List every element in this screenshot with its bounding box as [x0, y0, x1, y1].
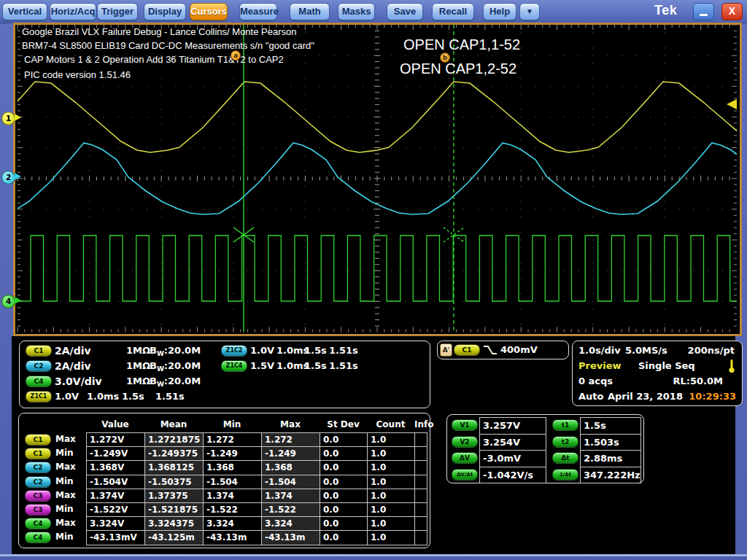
meas-cell: 1.368 — [261, 460, 320, 475]
meas-cell — [414, 516, 427, 531]
zoom-channel-value: 1.0V — [55, 391, 79, 402]
sample-rate: 5.0MS/s — [625, 345, 667, 356]
cursor-value: 3.257V — [479, 417, 546, 435]
annotation-line-3: CAP Motors 1 & 2 Operation Add 36 Titani… — [24, 54, 284, 65]
meas-cell: -43.13m — [261, 530, 320, 545]
tek-logo: Tek — [654, 3, 677, 18]
channel-impedance: 1MΩ — [126, 360, 150, 371]
menu-button-recall[interactable]: Recall — [432, 3, 474, 20]
meas-cell: 1.374 — [203, 489, 262, 503]
meas-cell: 1.0 — [367, 489, 415, 503]
thermometer-icon — [728, 359, 735, 373]
menu-button-math[interactable]: Math — [290, 3, 330, 20]
waveform-display[interactable]: Google Brazil VLX Failure Debug - Lance … — [13, 23, 742, 336]
meas-channel-badge: C3 — [25, 504, 51, 516]
meas-type-label: Max — [55, 434, 76, 444]
meas-channel-badge: C3 — [25, 490, 51, 502]
measurement-table: ValueMeanMinMaxSt DevCountInfoC1Max1.272… — [18, 413, 430, 548]
meas-type-label: Min — [55, 448, 74, 458]
meas-cell: 0.0 — [320, 489, 368, 503]
table-header-count: Count — [367, 419, 414, 429]
menu-button-trigger[interactable]: Trigger — [97, 3, 138, 20]
channel-2-marker-arrow — [15, 173, 21, 180]
cursor-readout-box: V13.257VV23.254VΔV-3.0mVΔV/Δt-1.042V/st1… — [446, 414, 644, 483]
meas-cell — [414, 530, 427, 545]
horizontal-readout-box: 1.0s/div 5.0MS/s 200ns/pt Preview Single… — [572, 341, 743, 406]
meas-cell: 1.0 — [367, 460, 415, 475]
cursor-b-badge[interactable]: b — [440, 52, 450, 63]
meas-cell: -1.249375 — [144, 446, 204, 461]
meas-cell: 1.0 — [367, 502, 415, 517]
meas-cell: 1.0 — [367, 516, 415, 531]
minimize-button[interactable] — [693, 3, 714, 20]
channel-1-marker[interactable]: 1 — [1, 112, 15, 125]
meas-type-label: Min — [55, 504, 74, 514]
zoom-channel-value: 1.51s — [155, 391, 185, 402]
timebase: 1.0s/div — [578, 345, 621, 356]
meas-cell: -1.504 — [261, 475, 320, 489]
meas-cell — [414, 446, 427, 461]
menu-button-display[interactable]: Display — [144, 3, 186, 20]
meas-cell: 3.324V — [86, 516, 145, 531]
open-cap-label-1: OPEN CAP1,1-52 — [403, 36, 520, 53]
close-button[interactable]: X — [721, 3, 743, 20]
meas-cell: -43.13mV — [86, 530, 145, 545]
table-header-max: Max — [261, 419, 320, 429]
cursor-value: -1.042V/s — [479, 467, 546, 484]
cursor-badge-4: ΔV/Δt — [452, 469, 478, 481]
menu-button-vertical[interactable]: Vertical — [2, 3, 47, 20]
meas-cell — [414, 460, 427, 475]
menu-button-cursors[interactable]: Cursors — [190, 3, 228, 20]
channel-badge-c2: C2 — [26, 360, 52, 372]
meas-cell: -1.249 — [261, 446, 320, 461]
channel-readout-box: C12A/div1MΩBW:20.0MZ1C21.0V1.0ms1.5s1.51… — [19, 341, 430, 408]
meas-cell: 3.324375 — [144, 516, 204, 531]
trigger-level-arrow — [727, 99, 737, 109]
channel-bandwidth: BW:20.0M — [150, 376, 201, 388]
meas-cell: 1.374 — [261, 489, 320, 503]
table-header-stdev: St Dev — [320, 419, 367, 429]
channel-2-marker[interactable]: 2 — [1, 171, 15, 184]
cursor-a-line[interactable] — [233, 25, 254, 332]
zoom-channel-value: 1.5s — [304, 345, 327, 356]
menu-button-masks[interactable]: Masks — [338, 3, 375, 20]
meas-cell: -1.522 — [261, 502, 320, 517]
meas-cell: 1.0 — [367, 475, 415, 489]
resolution: 200ns/pt — [688, 345, 735, 356]
menu-button-more[interactable]: ▼ — [519, 3, 540, 20]
meas-cell: 1.272 — [261, 432, 320, 447]
meas-cell: -1.50375 — [144, 475, 204, 489]
meas-cell — [414, 432, 427, 447]
annotation-line-4: PIC code version 1.51.46 — [24, 69, 131, 80]
meas-cell: -43.125m — [144, 530, 204, 545]
meas-cell: -43.13m — [203, 530, 262, 545]
minimize-icon — [700, 14, 708, 16]
menu-button-save[interactable]: Save — [387, 3, 423, 20]
cursor-value: -3.0mV — [479, 450, 546, 467]
cursor-value: 2.88ms — [580, 450, 641, 467]
meas-cell: -1.249V — [86, 446, 145, 461]
meas-cell: -1.522 — [203, 502, 262, 517]
menu-bar: VerticalHoriz/AcqTriggerDisplayCursorsMe… — [0, 0, 747, 23]
cursor-a-badge[interactable]: a — [231, 50, 241, 61]
channel-4-marker[interactable]: 4 — [1, 295, 15, 308]
menu-button-help[interactable]: Help — [483, 3, 516, 20]
zoom-channel-value: 1.0V — [250, 345, 274, 356]
meas-cell: 1.0 — [367, 446, 415, 461]
meas-cell — [414, 489, 427, 503]
falling-edge-icon — [483, 344, 498, 356]
meas-channel-badge: C4 — [25, 532, 51, 543]
table-header-info: Info — [414, 419, 427, 429]
meas-cell: -1.504 — [203, 475, 262, 489]
table-header-min: Min — [203, 419, 261, 429]
menu-button-horizacq[interactable]: Horiz/Acq — [50, 3, 96, 20]
trigger-source-badge: C1 — [454, 344, 480, 356]
menu-button-measure[interactable]: Measure — [239, 3, 277, 20]
meas-type-label: Max — [55, 462, 76, 472]
meas-cell: 0.0 — [320, 446, 368, 461]
zoom-channel-value: 1.5s — [304, 360, 327, 371]
zoom-channel-badge-z1c4: Z1C4 — [221, 360, 247, 372]
meas-cell: 1.37375 — [144, 489, 204, 503]
trigger-mode-badge: A' — [440, 343, 452, 357]
channel-impedance: 1MΩ — [126, 376, 150, 386]
